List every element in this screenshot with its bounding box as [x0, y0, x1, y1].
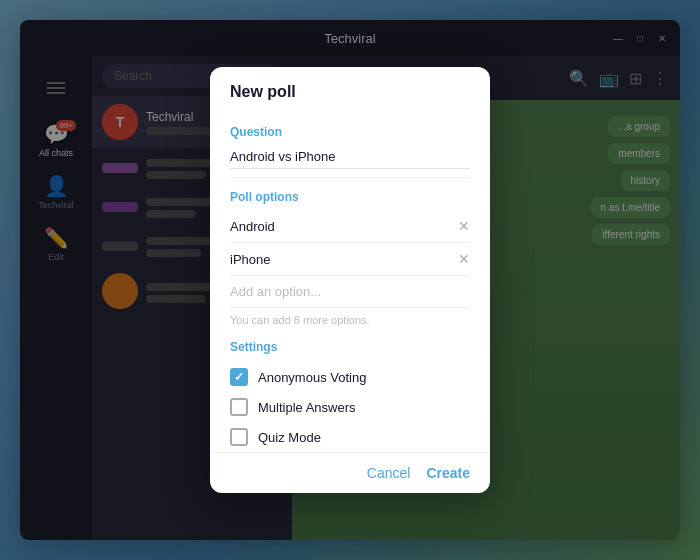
quiz-mode-checkbox[interactable] [230, 428, 248, 446]
anonymous-voting-checkbox[interactable] [230, 368, 248, 386]
poll-options-label: Poll options [230, 190, 470, 204]
modal-header: New poll [210, 67, 490, 113]
multiple-answers-row: Multiple Answers [230, 392, 470, 422]
new-poll-modal: New poll Question Android vs iPhone Poll… [210, 67, 490, 493]
multiple-answers-label: Multiple Answers [258, 400, 356, 415]
modal-body: Question Android vs iPhone Poll options … [210, 113, 490, 452]
anonymous-voting-label: Anonymous Voting [258, 370, 366, 385]
create-button[interactable]: Create [426, 465, 470, 481]
divider [230, 177, 470, 178]
more-options-hint: You can add 8 more options. [230, 308, 470, 332]
poll-option-text: iPhone [230, 252, 270, 267]
question-label: Question [230, 125, 470, 139]
modal-title: New poll [230, 83, 470, 101]
add-option-input[interactable]: Add an option... [230, 276, 470, 308]
cancel-button[interactable]: Cancel [367, 465, 411, 481]
settings-label: Settings [230, 340, 470, 354]
quiz-mode-label: Quiz Mode [258, 430, 321, 445]
remove-option-button[interactable]: ✕ [458, 218, 470, 234]
modal-footer: Cancel Create [210, 452, 490, 493]
modal-overlay: New poll Question Android vs iPhone Poll… [0, 0, 700, 560]
question-input[interactable]: Android vs iPhone [230, 145, 470, 169]
remove-option-button[interactable]: ✕ [458, 251, 470, 267]
poll-option-android: Android ✕ [230, 210, 470, 243]
anonymous-voting-row: Anonymous Voting [230, 362, 470, 392]
poll-option-iphone: iPhone ✕ [230, 243, 470, 276]
settings-section: Settings Anonymous Voting Multiple Answe… [230, 340, 470, 452]
multiple-answers-checkbox[interactable] [230, 398, 248, 416]
poll-option-text: Android [230, 219, 275, 234]
quiz-mode-row: Quiz Mode [230, 422, 470, 452]
